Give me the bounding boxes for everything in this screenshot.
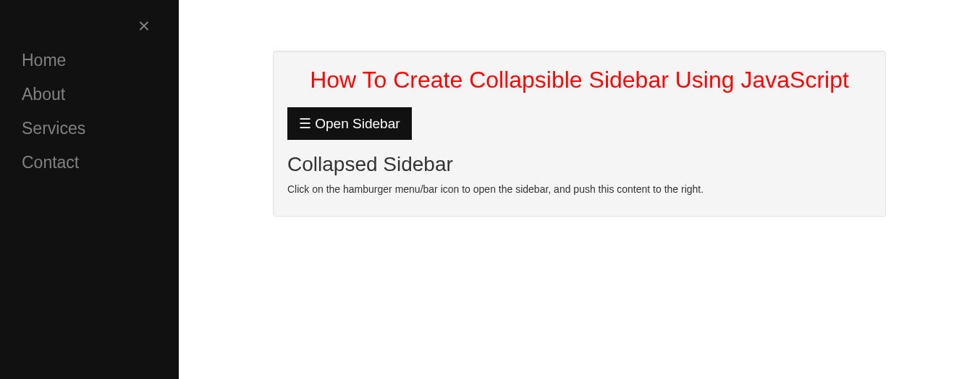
main-content: How To Create Collapsible Sidebar Using … [179, 0, 980, 217]
sidebar-item-home[interactable]: Home [0, 43, 179, 78]
content-panel: How To Create Collapsible Sidebar Using … [273, 51, 886, 217]
description-text: Click on the hamburger menu/bar icon to … [287, 183, 871, 195]
open-sidebar-button[interactable]: ☰ Open Sidebar [287, 107, 412, 140]
page-title: How To Create Collapsible Sidebar Using … [287, 65, 871, 94]
sidebar-item-services[interactable]: Services [0, 112, 179, 146]
sidebar: × Home About Services Contact [0, 0, 179, 379]
close-icon[interactable]: × [117, 9, 157, 43]
sidebar-item-about[interactable]: About [0, 78, 179, 112]
sidebar-item-contact[interactable]: Contact [0, 146, 179, 180]
subheading: Collapsed Sidebar [287, 153, 871, 176]
